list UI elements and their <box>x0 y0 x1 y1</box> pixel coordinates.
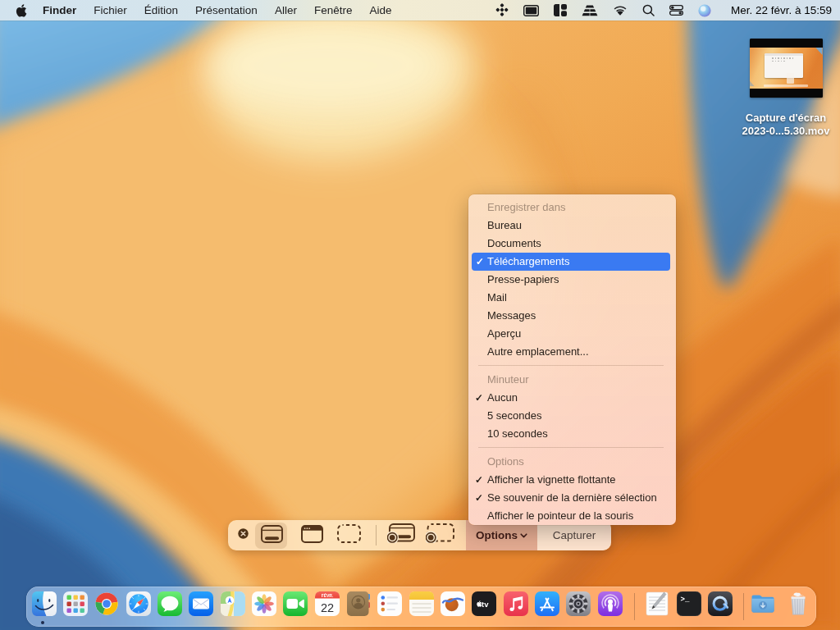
svg-text:>_: >_ <box>680 596 689 604</box>
svg-text:tv: tv <box>482 600 489 609</box>
svg-text:FÉVR.: FÉVR. <box>321 592 333 598</box>
svg-text:22: 22 <box>321 601 334 614</box>
